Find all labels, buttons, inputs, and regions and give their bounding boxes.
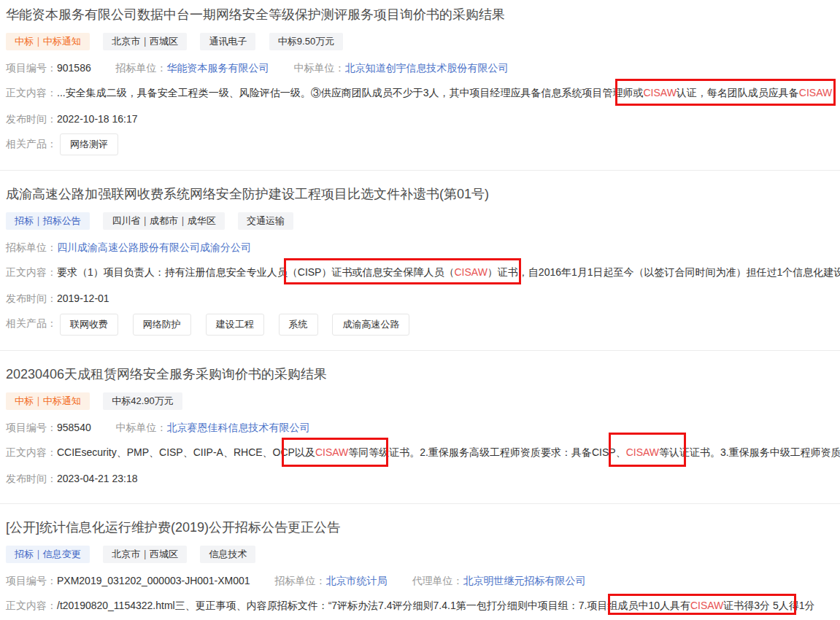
winner-unit: 中标单位：北京赛恩佳科信息技术有限公司 <box>116 422 310 433</box>
company-link[interactable]: 华能资本服务有限公司 <box>167 62 269 74</box>
body-row: 正文内容：...安全集成二级，具备安全工程类一级、风险评估一级。③供应商团队成员… <box>6 85 840 100</box>
status-tag: 招标｜招标公告 <box>6 212 90 230</box>
status-tag: 中标｜中标通知 <box>6 392 90 410</box>
project-number: 项目编号：958540 <box>6 422 91 433</box>
company-link[interactable]: 北京赛恩佳科信息技术有限公司 <box>167 422 310 433</box>
tag-row: 中标｜中标通知 中标42.90万元 <box>6 392 840 410</box>
amount-tag: 中标9.50万元 <box>269 33 343 50</box>
result-entry: 成渝高速公路加强联网收费系统网络安全防护建设工程项目比选文件补遗书(第01号) … <box>6 185 840 350</box>
region-tag: 北京市｜西城区 <box>103 546 187 563</box>
project-number: 项目编号：901586 <box>6 62 91 74</box>
industry-tag: 交通运输 <box>238 212 293 230</box>
keyword-cisaw: CISAW <box>454 266 487 278</box>
company-link[interactable]: 北京市统计局 <box>326 575 388 586</box>
keyword-cisaw: CISAW <box>690 600 723 611</box>
industry-tag: 信息技术 <box>200 546 255 563</box>
tender-unit: 招标单位：四川成渝高速公路股份有限公司成渝分公司 <box>6 241 251 253</box>
publish-time: 2022-10-18 16:17 <box>57 113 138 125</box>
meta-row: 项目编号：901586 招标单位：华能资本服务有限公司 中标单位：北京知道创宇信… <box>6 61 840 75</box>
company-link[interactable]: 北京明世继元招标有限公司 <box>463 575 585 586</box>
product-tag[interactable]: 网络测评 <box>60 133 118 155</box>
result-title-link[interactable]: 成渝高速公路加强联网收费系统网络安全防护建设工程项目比选文件补遗书(第01号) <box>6 185 840 203</box>
company-link[interactable]: 四川成渝高速公路股份有限公司成渝分公司 <box>57 241 251 253</box>
amount-tag: 中标42.90万元 <box>103 392 182 410</box>
products-row: 相关产品： 网络测评 <box>6 133 840 155</box>
company-link[interactable]: 北京知道创宇信息技术股份有限公司 <box>345 62 509 74</box>
keyword-cisaw: CISAW <box>315 446 348 458</box>
body-row: 正文内容：/t20190820_1154322.html三、更正事项、内容原招标… <box>6 598 840 613</box>
status-tag: 中标｜中标通知 <box>6 33 90 50</box>
result-title-link[interactable]: [公开]统计信息化运行维护费(2019)公开招标公告更正公告 <box>6 519 840 536</box>
project-number: 项目编号：PXM2019_031202_000003-JH001-XM001 <box>6 575 250 586</box>
product-tag[interactable]: 网络防护 <box>133 314 191 336</box>
meta-row: 招标单位：四川成渝高速公路股份有限公司成渝分公司 <box>6 240 840 255</box>
tag-row: 招标｜信息变更 北京市｜西城区 信息技术 <box>6 546 840 563</box>
publish-time: 2023-04-21 23:18 <box>57 473 138 484</box>
body-row: 正文内容：CCIEsecurity、PMP、CISP、CIIP-A、RHCE、O… <box>6 445 840 460</box>
search-results-page: 华能资本服务有限公司数据中台一期网络安全等级保护测评服务项目询价书的采购结果 中… <box>0 0 840 620</box>
product-tag[interactable]: 联网收费 <box>60 314 118 336</box>
divider <box>0 503 840 504</box>
tender-unit: 招标单位：华能资本服务有限公司 <box>116 62 269 74</box>
meta-row: 项目编号：PXM2019_031202_000003-JH001-XM001 招… <box>6 573 840 588</box>
status-tag: 招标｜信息变更 <box>6 546 90 563</box>
publish-row: 发布时间：2023-04-21 23:18 <box>6 471 840 486</box>
result-title-link[interactable]: 华能资本服务有限公司数据中台一期网络安全等级保护测评服务项目询价书的采购结果 <box>6 6 840 23</box>
products-row: 相关产品： 联网收费 网络防护 建设工程 系统 成渝高速公路 <box>6 313 840 335</box>
meta-row: 项目编号：958540 中标单位：北京赛恩佳科信息技术有限公司 <box>6 420 840 435</box>
product-tag[interactable]: 系统 <box>279 314 318 336</box>
product-tag[interactable]: 建设工程 <box>206 314 264 336</box>
result-title-link[interactable]: 20230406天成租赁网络安全服务采购询价书的采购结果 <box>6 365 840 383</box>
agent-unit: 代理单位：北京明世继元招标有限公司 <box>412 575 585 586</box>
result-entry: 20230406天成租赁网络安全服务采购询价书的采购结果 中标｜中标通知 中标4… <box>6 365 840 504</box>
winner-unit: 中标单位：北京知道创宇信息技术股份有限公司 <box>294 62 509 74</box>
region-tag: 四川省｜成都市｜成华区 <box>103 212 224 230</box>
keyword-cisaw: CISAW <box>626 446 659 458</box>
tag-row: 招标｜招标公告 四川省｜成都市｜成华区 交通运输 <box>6 212 840 230</box>
publish-row: 发布时间：2022-10-18 16:17 <box>6 112 840 126</box>
region-tag: 北京市｜西城区 <box>103 33 187 50</box>
industry-tag: 通讯电子 <box>200 33 255 50</box>
tender-unit: 招标单位：北京市统计局 <box>275 575 388 586</box>
tag-row: 中标｜中标通知 北京市｜西城区 通讯电子 中标9.50万元 <box>6 33 840 50</box>
keyword-cisaw: CISAW <box>799 87 832 98</box>
result-entry: 华能资本服务有限公司数据中台一期网络安全等级保护测评服务项目询价书的采购结果 中… <box>6 6 840 171</box>
result-entry: [公开]统计信息化运行维护费(2019)公开招标公告更正公告 招标｜信息变更 北… <box>6 519 840 620</box>
body-row: 正文内容：要求（1）项目负责人：持有注册信息安全专业人员（CISP）证书或信息安… <box>6 265 840 279</box>
product-tag[interactable]: 成渝高速公路 <box>332 314 409 336</box>
divider <box>0 350 840 351</box>
publish-row: 发布时间：2019-12-01 <box>6 291 840 306</box>
publish-time: 2019-12-01 <box>57 292 109 304</box>
divider <box>0 170 840 171</box>
keyword-cisaw: CISAW <box>643 87 676 98</box>
